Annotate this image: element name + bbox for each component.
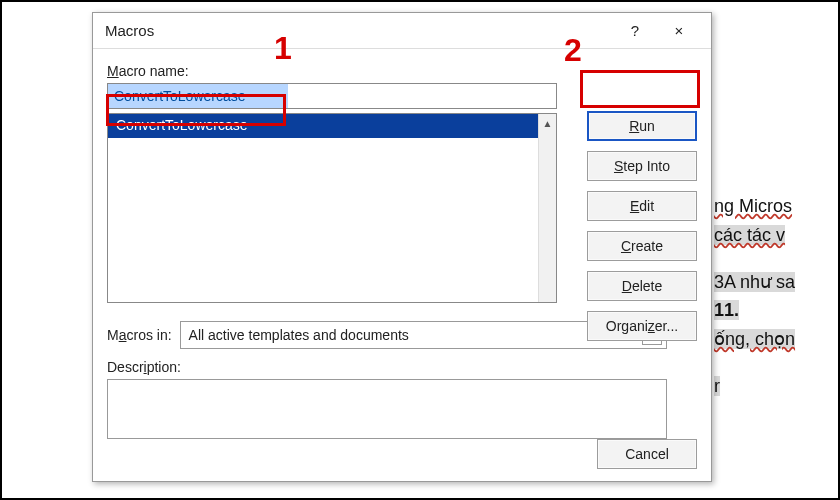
cancel-button[interactable]: Cancel (597, 439, 697, 469)
edit-button[interactable]: Edit (587, 191, 697, 221)
run-button[interactable]: RRunun (587, 111, 697, 141)
background-document: ng Micros các tác v 3A như sa 11. ống, c… (714, 192, 834, 401)
scroll-up-icon[interactable]: ▲ (539, 114, 556, 132)
macros-in-value: All active templates and documents (189, 327, 409, 343)
scrollbar[interactable]: ▲ (538, 114, 556, 302)
step-into-button[interactable]: Step Into (587, 151, 697, 181)
create-button[interactable]: Create (587, 231, 697, 261)
dialog-title: Macros (105, 22, 613, 39)
description-label: Description: (107, 359, 697, 375)
bg-line: r (714, 376, 720, 396)
title-bar: Macros ? × (93, 13, 711, 49)
close-button[interactable]: × (657, 16, 701, 46)
help-button[interactable]: ? (613, 16, 657, 46)
bg-line: 3A như sa (714, 272, 795, 292)
macro-list[interactable]: ConvertToLowercase ▲ (107, 113, 557, 303)
bg-line: ống, chọn (714, 329, 795, 349)
delete-button[interactable]: Delete (587, 271, 697, 301)
dialog-footer: Cancel (597, 439, 697, 469)
list-item[interactable]: ConvertToLowercase (108, 114, 538, 138)
macros-dialog: Macros ? × Macro name: /* fix: we'll jus… (92, 12, 712, 482)
macro-name-label: Macro name: (107, 63, 697, 79)
macro-name-input[interactable] (107, 83, 557, 109)
organizer-button[interactable]: Organizer... (587, 311, 697, 341)
bg-line: 11. (714, 300, 739, 320)
macros-in-label: Macros in: (107, 327, 172, 343)
bg-line: các tác v (714, 225, 785, 245)
bg-line: ng Micros (714, 196, 792, 216)
button-column: RRunun Step Into Edit Create Delete Orga… (587, 111, 697, 341)
description-box (107, 379, 667, 439)
